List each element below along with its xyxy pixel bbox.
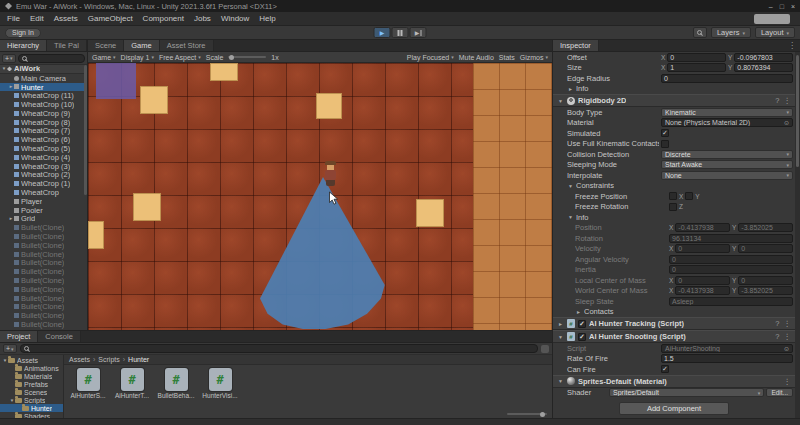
row-size[interactable]: SizeX1Y0.8076394 <box>553 63 795 74</box>
row-ai-hunter-shooting-script[interactable]: ▼#✓AI Hunter Shooting (Script)?⋮ <box>553 330 795 343</box>
breadcrumb-item-assets[interactable]: Assets <box>69 356 90 363</box>
value-field[interactable]: 0 <box>667 53 726 62</box>
value-field[interactable]: -3.852025 <box>738 286 793 295</box>
hierarchy-item-aiwork[interactable]: ▼AiWork <box>0 65 87 74</box>
layout-dropdown[interactable]: Layout▾ <box>755 27 795 38</box>
dropdown-sleeping-mode[interactable]: Start Awake▾ <box>661 160 793 169</box>
asset-bulletbeha[interactable]: #BulletBeha... <box>160 368 192 399</box>
kebab-menu-icon[interactable]: ⋮ <box>784 96 792 105</box>
value-field[interactable]: Asleep <box>669 297 793 306</box>
hierarchy-item-bullet-clone[interactable]: Bullet(Clone) <box>0 241 87 250</box>
hierarchy-item-wheatcrop-10[interactable]: WheatCrop (10) <box>0 100 87 109</box>
hierarchy-item-bullet-clone[interactable]: Bullet(Clone) <box>0 259 87 268</box>
hierarchy-item-wheatcrop-6[interactable]: WheatCrop (6) <box>0 135 87 144</box>
breadcrumb-item-hunter[interactable]: Hunter <box>128 356 149 363</box>
row-simulated[interactable]: Simulated✓ <box>553 128 795 139</box>
kebab-menu-icon[interactable]: ⋮ <box>784 332 792 341</box>
foldout-arrow-icon[interactable]: ▼ <box>567 183 574 189</box>
tab-scene[interactable]: Scene <box>88 40 124 51</box>
dropdown-collision-detection[interactable]: Discrete▾ <box>661 150 793 159</box>
help-icon[interactable]: ? <box>775 96 779 105</box>
menu-item-gameobject[interactable]: GameObject <box>83 14 138 23</box>
create-asset-button[interactable]: +▾ <box>3 344 17 353</box>
row-rotation[interactable]: Rotation96.13134 <box>553 233 795 244</box>
value-field[interactable]: -0.4137938 <box>675 223 730 232</box>
hierarchy-item-wheatcrop-5[interactable]: WheatCrop (5) <box>0 144 87 153</box>
row-info[interactable]: ▼Info <box>553 212 795 223</box>
value-field[interactable]: 1 <box>667 63 726 72</box>
value-field[interactable]: 0 <box>661 74 793 83</box>
row-contacts[interactable]: ►Contacts <box>553 307 795 318</box>
checkbox-can-fire[interactable]: ✓ <box>661 365 669 373</box>
row-inertia[interactable]: Inertia0 <box>553 265 795 276</box>
row-use-full-kinematic-contacts[interactable]: Use Full Kinematic Contacts <box>553 139 795 150</box>
row-sleep-state[interactable]: Sleep StateAsleep <box>553 296 795 307</box>
value-field[interactable]: 0 <box>738 276 793 285</box>
foldout-arrow-icon[interactable]: ► <box>575 309 582 315</box>
menu-item-edit[interactable]: Edit <box>25 14 49 23</box>
row-freeze-position[interactable]: Freeze PositionXY <box>553 191 795 202</box>
component-enabled-checkbox[interactable]: ✓ <box>578 320 586 328</box>
row-position[interactable]: PositionX-0.4137938Y-3.852025 <box>553 223 795 234</box>
scale-slider[interactable] <box>228 56 266 58</box>
hierarchy-item-bullet-clone[interactable]: Bullet(Clone) <box>0 223 87 232</box>
game-mode-dropdown[interactable]: Game▾ <box>92 54 116 61</box>
icon-size-knob[interactable] <box>540 412 545 417</box>
row-ai-hunter-tracking-script[interactable]: ►#✓AI Hunter Tracking (Script)?⋮ <box>553 317 795 330</box>
tab-hierarchy[interactable]: Hierarchy <box>0 40 47 51</box>
mute-audio-toggle[interactable]: Mute Audio <box>459 54 494 61</box>
hierarchy-item-wheatcrop-8[interactable]: WheatCrop (8) <box>0 118 87 127</box>
asset-aihuntert[interactable]: #AiHunterT... <box>116 368 148 399</box>
hierarchy-item-wheatcrop-7[interactable]: WheatCrop (7) <box>0 127 87 136</box>
folder-animations[interactable]: Animations <box>0 364 63 372</box>
row-can-fire[interactable]: Can Fire✓ <box>553 364 795 375</box>
tab-tile-palette[interactable]: Tile Pal <box>47 40 87 51</box>
row-interpolate[interactable]: InterpolateNone▾ <box>553 170 795 181</box>
value-field[interactable]: 0 <box>675 244 730 253</box>
checkbox-freeze-position-y[interactable] <box>685 192 693 200</box>
row-world-center-of-mass[interactable]: World Center of MassX-0.4137938Y-3.85202… <box>553 286 795 297</box>
hierarchy-item-bullet-clone[interactable]: Bullet(Clone) <box>0 285 87 294</box>
create-object-button[interactable]: +▾ <box>2 54 16 63</box>
maximize-button[interactable]: □ <box>780 3 784 10</box>
row-shader[interactable]: ShaderSprites/Default▾Edit... <box>553 388 795 399</box>
hierarchy-item-bullet-clone[interactable]: Bullet(Clone) <box>0 311 87 320</box>
object-picker-icon[interactable]: ⊙ <box>784 119 789 126</box>
value-field[interactable]: -3.852025 <box>738 223 793 232</box>
hierarchy-item-grid[interactable]: ►Grid <box>0 215 87 224</box>
tab-project[interactable]: Project <box>0 331 38 342</box>
value-field[interactable]: 0 <box>669 255 793 264</box>
row-freeze-rotation[interactable]: Freeze RotationZ <box>553 202 795 213</box>
close-button[interactable]: × <box>791 3 795 10</box>
hierarchy-item-wheatcrop-4[interactable]: WheatCrop (4) <box>0 153 87 162</box>
icon-size-slider[interactable] <box>507 413 547 415</box>
breadcrumb-item-scripts[interactable]: Scripts <box>98 356 119 363</box>
row-angular-velocity[interactable]: Angular Velocity0 <box>553 254 795 265</box>
value-field[interactable]: -0.4137938 <box>675 286 730 295</box>
project-search-input[interactable] <box>20 344 538 353</box>
hierarchy-item-bullet-clone[interactable]: Bullet(Clone) <box>0 320 87 329</box>
folder-scenes[interactable]: Scenes <box>0 388 63 396</box>
search-button[interactable] <box>693 27 707 38</box>
shader-edit-button[interactable]: Edit... <box>766 388 793 397</box>
row-velocity[interactable]: VelocityX0Y0 <box>553 244 795 255</box>
hierarchy-item-bullet-clone[interactable]: Bullet(Clone) <box>0 232 87 241</box>
folder-scripts[interactable]: ▼Scripts <box>0 396 63 404</box>
foldout-arrow-icon[interactable]: ► <box>557 321 564 327</box>
expand-arrow-icon[interactable]: ▼ <box>1 66 7 71</box>
gizmos-dropdown[interactable]: Gizmos▾ <box>520 54 548 61</box>
row-material[interactable]: MaterialNone (Physics Material 2D)⊙ <box>553 118 795 129</box>
object-field-script[interactable]: AiHunterShooting⊙ <box>661 344 793 353</box>
row-info[interactable]: ►Info <box>553 84 795 95</box>
foldout-arrow-icon[interactable]: ▼ <box>557 98 564 104</box>
object-picker-icon[interactable]: ⊙ <box>784 345 789 352</box>
row-sleeping-mode[interactable]: Sleeping ModeStart Awake▾ <box>553 160 795 171</box>
kebab-menu-icon[interactable]: ⋮ <box>784 377 792 386</box>
dropdown-interpolate[interactable]: None▾ <box>661 171 793 180</box>
row-offset[interactable]: OffsetX0Y-0.0967803 <box>553 52 795 63</box>
foldout-arrow-icon[interactable]: ▼ <box>567 214 574 220</box>
row-constraints[interactable]: ▼Constraints <box>553 181 795 192</box>
hierarchy-scrollbar[interactable] <box>84 65 87 195</box>
hierarchy-item-bullet-clone[interactable]: Bullet(Clone) <box>0 267 87 276</box>
row-local-center-of-mass[interactable]: Local Center of MassX0Y0 <box>553 275 795 286</box>
